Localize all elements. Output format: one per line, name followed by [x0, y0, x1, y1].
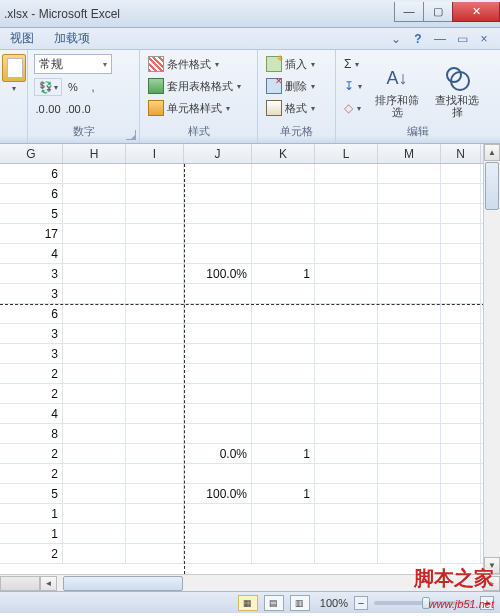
- cell[interactable]: [252, 284, 315, 304]
- cell[interactable]: 1: [252, 484, 315, 504]
- decrease-decimal-button[interactable]: .00 .0: [64, 100, 92, 118]
- format-button[interactable]: 格式▾: [264, 98, 329, 118]
- cell[interactable]: 1: [252, 264, 315, 284]
- cell[interactable]: 6: [0, 184, 63, 204]
- cell[interactable]: [63, 424, 126, 444]
- column-header-L[interactable]: L: [315, 144, 378, 163]
- cell[interactable]: [441, 344, 481, 364]
- help-icon[interactable]: ?: [410, 31, 426, 47]
- cell[interactable]: [315, 424, 378, 444]
- cell[interactable]: [378, 244, 441, 264]
- cell[interactable]: [126, 344, 184, 364]
- cell[interactable]: [378, 284, 441, 304]
- sort-filter-button[interactable]: A↓ 排序和筛选: [370, 54, 424, 124]
- cell[interactable]: [252, 344, 315, 364]
- cell[interactable]: [378, 264, 441, 284]
- scroll-up-button[interactable]: ▲: [484, 144, 500, 161]
- cell[interactable]: [252, 184, 315, 204]
- format-as-table-button[interactable]: 套用表格格式▾: [146, 76, 251, 96]
- cell[interactable]: [315, 364, 378, 384]
- zoom-in-button[interactable]: +: [480, 596, 494, 610]
- sheet-tab-splitter[interactable]: [0, 576, 40, 591]
- cell[interactable]: [63, 204, 126, 224]
- cell[interactable]: 1: [0, 504, 63, 524]
- dialog-launcher-icon[interactable]: [126, 130, 136, 140]
- cell[interactable]: [378, 484, 441, 504]
- worksheet-grid[interactable]: GHIJKLMN 6651743100.0%13633224820.0%1251…: [0, 144, 500, 574]
- conditional-format-button[interactable]: 条件格式▾: [146, 54, 251, 74]
- cell[interactable]: [184, 284, 252, 304]
- cell[interactable]: [441, 484, 481, 504]
- cell[interactable]: [126, 544, 184, 564]
- cell[interactable]: [315, 164, 378, 184]
- cell[interactable]: [315, 524, 378, 544]
- clear-button[interactable]: ◇▾: [342, 98, 364, 118]
- tab-addins[interactable]: 加载项: [44, 27, 100, 50]
- cell[interactable]: [126, 384, 184, 404]
- cell[interactable]: 100.0%: [184, 264, 252, 284]
- cell[interactable]: [63, 244, 126, 264]
- cell[interactable]: [184, 244, 252, 264]
- cell[interactable]: [441, 464, 481, 484]
- cell[interactable]: [315, 384, 378, 404]
- cell[interactable]: [126, 204, 184, 224]
- workbook-close-button[interactable]: ×: [476, 31, 492, 47]
- cell[interactable]: [441, 204, 481, 224]
- horizontal-scrollbar[interactable]: ◄ ►: [0, 574, 500, 591]
- cell[interactable]: [252, 164, 315, 184]
- cell[interactable]: [252, 244, 315, 264]
- cell[interactable]: 4: [0, 244, 63, 264]
- view-normal-button[interactable]: ▦: [238, 595, 258, 611]
- cell[interactable]: [252, 224, 315, 244]
- cell[interactable]: 1: [0, 524, 63, 544]
- window-minimize-button[interactable]: —: [394, 2, 424, 22]
- percent-button[interactable]: %: [64, 78, 82, 96]
- column-header-H[interactable]: H: [63, 144, 126, 163]
- cell[interactable]: [441, 244, 481, 264]
- cell[interactable]: [378, 344, 441, 364]
- cell[interactable]: [315, 324, 378, 344]
- cell[interactable]: [63, 264, 126, 284]
- cell[interactable]: [378, 524, 441, 544]
- cell[interactable]: [63, 404, 126, 424]
- cell[interactable]: [315, 504, 378, 524]
- cell[interactable]: [184, 404, 252, 424]
- cell[interactable]: [63, 344, 126, 364]
- cell[interactable]: 4: [0, 404, 63, 424]
- zoom-slider-knob[interactable]: [422, 597, 430, 609]
- cell[interactable]: [63, 304, 126, 324]
- cell[interactable]: [126, 324, 184, 344]
- cell[interactable]: [126, 184, 184, 204]
- cell[interactable]: [315, 544, 378, 564]
- cell[interactable]: [315, 464, 378, 484]
- cell[interactable]: 17: [0, 224, 63, 244]
- currency-button[interactable]: 💱▾: [34, 78, 62, 96]
- cell[interactable]: [441, 364, 481, 384]
- cell[interactable]: [184, 524, 252, 544]
- cell[interactable]: 2: [0, 444, 63, 464]
- cell[interactable]: [63, 484, 126, 504]
- cell[interactable]: [315, 244, 378, 264]
- cell[interactable]: 2: [0, 364, 63, 384]
- cell[interactable]: [126, 524, 184, 544]
- column-header-M[interactable]: M: [378, 144, 441, 163]
- column-header-J[interactable]: J: [184, 144, 252, 163]
- cell[interactable]: 6: [0, 164, 63, 184]
- cell[interactable]: [184, 364, 252, 384]
- fill-button[interactable]: ↧▾: [342, 76, 364, 96]
- window-maximize-button[interactable]: ▢: [423, 2, 453, 22]
- cell[interactable]: [126, 484, 184, 504]
- cell[interactable]: [63, 324, 126, 344]
- cell[interactable]: 1: [252, 444, 315, 464]
- cell[interactable]: 0.0%: [184, 444, 252, 464]
- cell[interactable]: [378, 404, 441, 424]
- cell[interactable]: [126, 404, 184, 424]
- cell[interactable]: [63, 184, 126, 204]
- cell[interactable]: [315, 344, 378, 364]
- cell[interactable]: 3: [0, 264, 63, 284]
- cell[interactable]: [252, 404, 315, 424]
- paste-icon[interactable]: [2, 54, 26, 82]
- cell[interactable]: [378, 204, 441, 224]
- cell[interactable]: 3: [0, 324, 63, 344]
- ribbon-minimize-icon[interactable]: ⌄: [388, 31, 404, 47]
